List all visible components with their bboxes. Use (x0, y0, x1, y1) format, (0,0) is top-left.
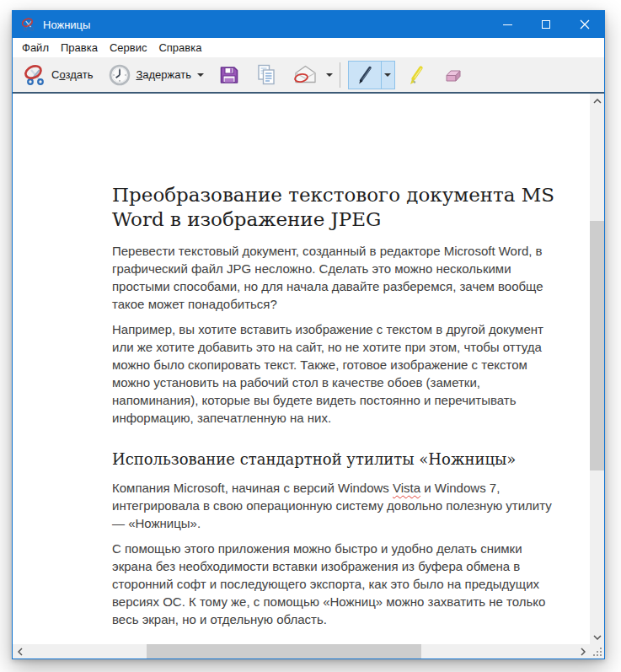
pen-tool-button[interactable] (348, 61, 382, 89)
scroll-down-button[interactable] (590, 630, 604, 644)
chevron-down-icon (593, 635, 602, 640)
menu-item-help[interactable]: Справка (153, 40, 207, 56)
doc-paragraph-4: С помощью этого приложения можно быстро … (112, 540, 581, 628)
menu-item-file[interactable]: Файл (16, 40, 55, 56)
chevron-up-icon (593, 99, 602, 104)
doc-title: Преобразование текстового документа MS W… (112, 183, 581, 232)
titlebar[interactable]: Ножницы (13, 11, 604, 38)
menu-item-service[interactable]: Сервис (104, 40, 153, 56)
scroll-left-button[interactable] (13, 644, 27, 659)
scroll-up-button[interactable] (590, 94, 604, 108)
highlighter-icon (404, 63, 428, 87)
chevron-left-icon (18, 648, 23, 656)
caption-buttons (488, 11, 604, 38)
vertical-scrollbar-thumb[interactable] (590, 221, 604, 470)
email-dropdown-button[interactable] (324, 62, 336, 88)
delay-chevron-down-icon (197, 73, 204, 77)
doc-paragraph-2: Например, вы хотите вставить изображение… (112, 320, 581, 427)
window-title: Ножницы (43, 19, 90, 31)
horizontal-scrollbar-thumb[interactable] (147, 644, 421, 659)
highlighter-button[interactable] (399, 61, 433, 89)
toolbar: Создать Задержать (13, 57, 604, 92)
vertical-scrollbar[interactable] (590, 94, 604, 644)
email-chevron-down-icon (326, 73, 333, 77)
resize-grip[interactable] (590, 644, 604, 659)
copy-icon (254, 63, 278, 87)
pen-dropdown-button[interactable] (382, 61, 395, 89)
doc-paragraph-1: Перевести текстовый документ, созданный … (112, 242, 581, 313)
resize-grip-icon (590, 644, 604, 659)
floppy-save-icon (217, 63, 241, 87)
horizontal-scrollbar[interactable] (13, 644, 590, 659)
scissors-icon (24, 63, 47, 87)
close-icon (580, 19, 590, 30)
new-snip-label: Создать (51, 68, 93, 81)
pen-chevron-down-icon (384, 73, 391, 77)
spellcheck-word: Vista (393, 481, 420, 495)
document-content: Преобразование текстового документа MS W… (13, 94, 590, 628)
chevron-right-icon (581, 648, 586, 656)
maximize-icon (542, 20, 550, 29)
doc-subheading: Использование стандартной утилиты «Ножни… (112, 449, 581, 469)
email-button[interactable] (287, 61, 324, 89)
menubar: Файл Правка Сервис Справка (13, 38, 604, 57)
minimize-button[interactable] (488, 11, 527, 38)
clock-icon (108, 63, 131, 87)
close-button[interactable] (565, 11, 604, 38)
copy-button[interactable] (249, 61, 283, 89)
toolbar-separator (340, 62, 340, 88)
doc-paragraph-3: Компания Microsoft, начиная с версий Win… (112, 479, 581, 532)
eraser-button[interactable] (438, 61, 472, 89)
scissors-app-icon (21, 17, 36, 32)
mail-icon (292, 63, 319, 87)
snipping-tool-window: Ножницы Файл Правка Сервис Справка (12, 10, 605, 659)
menu-item-edit[interactable]: Правка (55, 40, 104, 56)
delay-button[interactable]: Задержать (103, 61, 209, 89)
delay-label: Задержать (136, 68, 191, 81)
pen-icon (353, 63, 377, 87)
minimize-icon (503, 24, 512, 25)
captured-snip-image: Преобразование текстового документа MS W… (13, 94, 590, 644)
eraser-icon (443, 63, 467, 87)
save-button[interactable] (212, 61, 246, 89)
new-snip-button[interactable]: Создать (19, 61, 98, 89)
scroll-right-button[interactable] (575, 644, 590, 659)
pen-tool-split-button (348, 61, 395, 89)
maximize-button[interactable] (527, 11, 565, 38)
snip-preview-area: Преобразование текстового документа MS W… (13, 92, 604, 659)
